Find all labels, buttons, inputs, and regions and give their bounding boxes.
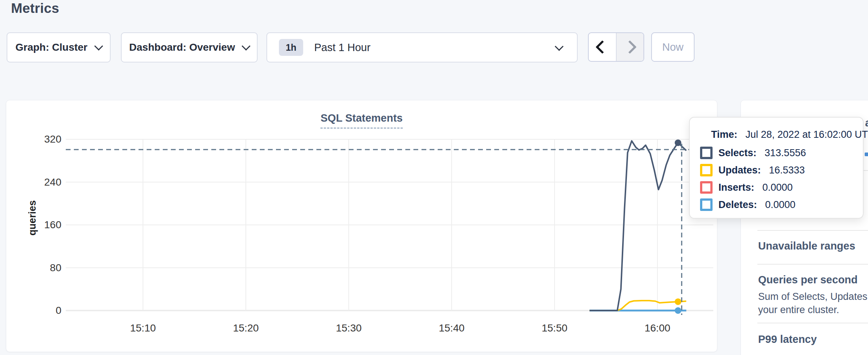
deletes-swatch-icon (700, 198, 713, 211)
time-range-label: Past 1 Hour (314, 42, 370, 54)
x-tick-label: 15:50 (525, 322, 584, 334)
chart-card: SQL Statements queries 080160240320 15:1… (6, 100, 717, 352)
chevron-down-icon (94, 42, 103, 50)
chevron-down-icon (242, 42, 251, 50)
tooltip-deletes-value: 0.0000 (765, 199, 796, 211)
queries-per-second-description-line2: your entire cluster. (758, 303, 839, 316)
x-tick-label: 15:30 (319, 322, 378, 334)
divider (757, 323, 868, 323)
chevron-right-icon (623, 40, 637, 54)
time-range-selector[interactable]: 1h Past 1 Hour (266, 32, 578, 62)
chart-title[interactable]: SQL Statements (320, 112, 402, 129)
tooltip-time-row: Time: Jul 28, 2022 at 16:02:00 UTC (711, 128, 868, 141)
y-tick-label: 0 (17, 305, 61, 316)
x-tick-label: 16:00 (628, 322, 687, 334)
tooltip-inserts-value: 0.0000 (763, 182, 793, 193)
now-button[interactable]: Now (651, 32, 695, 62)
tooltip-selects-value: 313.5556 (765, 147, 806, 159)
time-range-badge: 1h (279, 39, 303, 56)
graph-dropdown-label: Graph: Cluster (15, 42, 87, 53)
tooltip-deletes-row: Deletes: 0.0000 (700, 198, 796, 211)
tooltip-time-label: Time: (711, 129, 738, 140)
chevron-left-icon (595, 40, 609, 54)
sidebar-item-queries-per-second: Queries per second (758, 274, 858, 286)
metrics-page: Metrics Graph: Cluster Dashboard: Overvi… (0, 0, 868, 355)
x-tick-label: 15:10 (114, 322, 172, 334)
plot-area[interactable] (66, 139, 713, 311)
updates-line (589, 301, 686, 311)
tooltip-updates-value: 16.5333 (769, 165, 805, 176)
y-tick-label: 80 (17, 262, 61, 274)
queries-per-second-description-line1: Sum of Selects, Updates, Inser (758, 290, 868, 303)
sidebar-item-p99-latency: P99 latency (758, 333, 817, 345)
selects-swatch-icon (700, 147, 713, 159)
divider (757, 264, 868, 265)
partial-link-fragment (865, 153, 868, 156)
dashboard-dropdown[interactable]: Dashboard: Overview (121, 32, 258, 62)
tooltip-inserts-label: Inserts: (718, 182, 754, 193)
prev-time-window-button[interactable] (589, 33, 616, 61)
sidebar-item-unavailable-ranges: Unavailable ranges (758, 240, 855, 252)
sql-statements-chart (66, 139, 713, 311)
tooltip-updates-label: Updates: (718, 165, 761, 176)
updates-hover-dot (675, 298, 681, 305)
page-title: Metrics (11, 1, 59, 16)
tooltip-time-value: Jul 28, 2022 at 16:02:00 UTC (746, 129, 868, 140)
deletes-hover-dot (675, 307, 681, 314)
selects-line (589, 141, 686, 311)
tooltip-selects-row: Selects: 313.5556 (700, 146, 806, 159)
dashboard-dropdown-label: Dashboard: Overview (129, 42, 235, 53)
graph-dropdown[interactable]: Graph: Cluster (7, 32, 111, 62)
time-window-arrows (588, 32, 644, 62)
partial-heading-fragment: a (865, 116, 868, 129)
next-time-window-button[interactable] (616, 33, 644, 61)
selects-hover-dot (675, 139, 681, 146)
y-tick-label: 240 (17, 176, 61, 188)
updates-swatch-icon (700, 164, 713, 176)
chart-title-wrap: SQL Statements (6, 112, 717, 129)
x-tick-label: 15:20 (216, 322, 275, 334)
tooltip-deletes-label: Deletes: (718, 199, 757, 211)
chevron-down-icon (555, 42, 563, 51)
tooltip-selects-label: Selects: (718, 147, 757, 159)
y-tick-label: 320 (17, 133, 61, 145)
x-tick-label: 15:40 (422, 322, 481, 334)
hover-tooltip: Time: Jul 28, 2022 at 16:02:00 UTC Selec… (689, 117, 864, 219)
divider (757, 230, 868, 231)
inserts-swatch-icon (700, 181, 713, 194)
tooltip-inserts-row: Inserts: 0.0000 (700, 181, 793, 194)
y-tick-label: 160 (17, 219, 61, 231)
tooltip-updates-row: Updates: 16.5333 (700, 164, 805, 177)
